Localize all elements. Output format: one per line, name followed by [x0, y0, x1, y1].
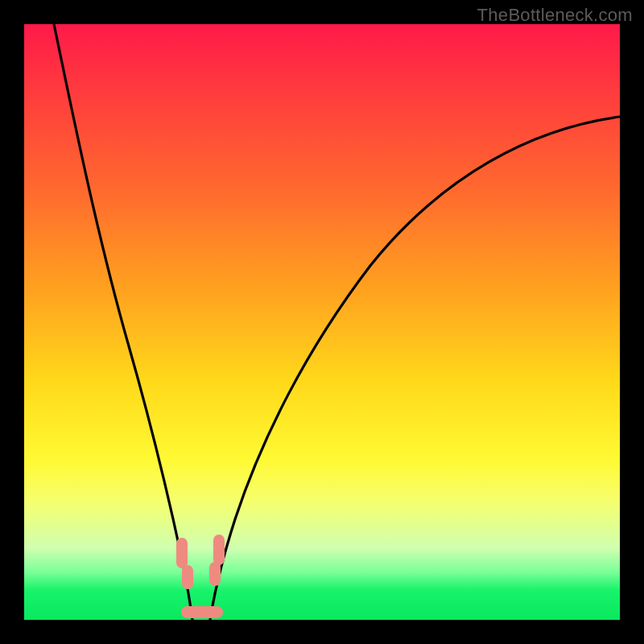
plot-area — [24, 24, 620, 620]
outer-frame: TheBottleneck.com — [0, 0, 644, 644]
curve-overlay — [24, 24, 620, 620]
valley-marker-bottom — [181, 606, 223, 618]
valley-marker-right-lower — [209, 562, 221, 586]
valley-marker-left-lower — [182, 565, 193, 589]
valley-marker-left — [176, 538, 188, 568]
left-curve — [54, 24, 192, 620]
watermark-text: TheBottleneck.com — [477, 5, 633, 26]
valley-marker-right — [213, 535, 225, 565]
right-curve — [210, 117, 620, 620]
